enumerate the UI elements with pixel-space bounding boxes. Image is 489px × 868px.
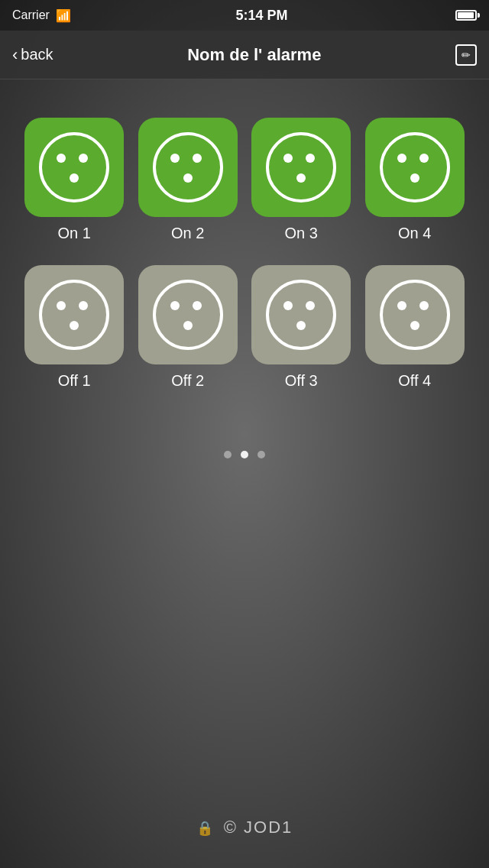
off-section: Off 1 Off 2 Off 3 (0, 265, 489, 413)
svg-point-0 (40, 134, 108, 201)
on-section: On 1 On 2 On 3 (0, 95, 489, 242)
svg-point-8 (267, 134, 335, 201)
off-icon-box-2[interactable] (138, 265, 238, 364)
on-label-2: On 2 (171, 225, 204, 242)
svg-point-22 (193, 301, 202, 310)
off-item-2[interactable]: Off 2 (137, 265, 240, 390)
svg-point-14 (419, 154, 429, 163)
page-dots (224, 451, 265, 458)
back-button[interactable]: ‹ back (12, 46, 53, 63)
edit-button[interactable] (455, 44, 477, 66)
svg-point-5 (170, 154, 180, 163)
on-item-3[interactable]: On 3 (250, 118, 353, 242)
status-bar: Carrier 📶 5:14 PM (0, 0, 489, 31)
svg-point-29 (397, 301, 406, 310)
svg-point-28 (381, 281, 449, 348)
off-icon-box-1[interactable] (24, 265, 124, 364)
svg-point-7 (183, 173, 193, 183)
off-label-1: Off 1 (58, 372, 91, 390)
page-dot-1[interactable] (224, 451, 232, 458)
on-label-3: On 3 (285, 225, 318, 242)
off-label-3: Off 3 (285, 372, 318, 390)
on-item-2[interactable]: On 2 (137, 118, 240, 242)
on-item-1[interactable]: On 1 (23, 118, 126, 242)
svg-point-31 (410, 321, 419, 330)
svg-point-1 (57, 154, 66, 163)
off-icon-box-3[interactable] (251, 265, 351, 364)
off-icon-box-4[interactable] (365, 265, 465, 364)
svg-point-13 (397, 154, 406, 163)
status-left: Carrier 📶 (12, 8, 71, 23)
status-time: 5:14 PM (235, 8, 287, 24)
svg-point-15 (410, 173, 419, 183)
svg-point-27 (296, 321, 306, 330)
page-title: Nom de l' alarme (187, 45, 321, 65)
svg-point-18 (79, 301, 88, 310)
battery-icon (455, 10, 477, 21)
svg-point-20 (154, 281, 222, 348)
off-item-1[interactable]: Off 1 (23, 265, 126, 390)
on-icon-box-4[interactable] (365, 118, 465, 217)
svg-point-2 (79, 154, 88, 163)
svg-point-26 (306, 301, 315, 310)
svg-point-10 (306, 154, 315, 163)
svg-point-19 (70, 321, 79, 330)
svg-point-30 (419, 301, 429, 310)
logo-text: © JOD1 (224, 818, 293, 837)
nav-bar: ‹ back Nom de l' alarme (0, 31, 489, 79)
svg-point-3 (70, 173, 79, 183)
off-grid: Off 1 Off 2 Off 3 (15, 265, 474, 390)
svg-point-24 (267, 281, 335, 348)
svg-point-21 (170, 301, 180, 310)
status-right (452, 10, 477, 21)
back-label: back (21, 46, 53, 63)
carrier-label: Carrier (12, 8, 50, 22)
off-label-4: Off 4 (398, 372, 431, 390)
svg-point-23 (183, 321, 193, 330)
svg-point-17 (57, 301, 66, 310)
off-item-4[interactable]: Off 4 (364, 265, 467, 390)
on-label-4: On 4 (398, 225, 431, 242)
svg-point-4 (154, 134, 222, 201)
on-grid: On 1 On 2 On 3 (15, 118, 474, 242)
lock-icon: 🔒 (196, 821, 215, 836)
svg-point-11 (296, 173, 306, 183)
off-item-3[interactable]: Off 3 (250, 265, 353, 390)
svg-point-9 (283, 154, 293, 163)
svg-point-25 (283, 301, 293, 310)
page-dot-3[interactable] (257, 451, 265, 458)
on-label-1: On 1 (58, 225, 91, 242)
main-content: On 1 On 2 On 3 (0, 79, 489, 474)
on-icon-box-1[interactable] (24, 118, 124, 217)
footer-logo: 🔒 © JOD1 (0, 818, 489, 837)
on-item-4[interactable]: On 4 (364, 118, 467, 242)
chevron-left-icon: ‹ (12, 47, 18, 63)
off-label-2: Off 2 (171, 372, 204, 390)
svg-point-12 (381, 134, 449, 201)
wifi-icon: 📶 (56, 8, 71, 23)
svg-point-6 (193, 154, 202, 163)
svg-point-16 (40, 281, 108, 348)
on-icon-box-2[interactable] (138, 118, 238, 217)
on-icon-box-3[interactable] (251, 118, 351, 217)
page-dot-2[interactable] (241, 451, 248, 458)
